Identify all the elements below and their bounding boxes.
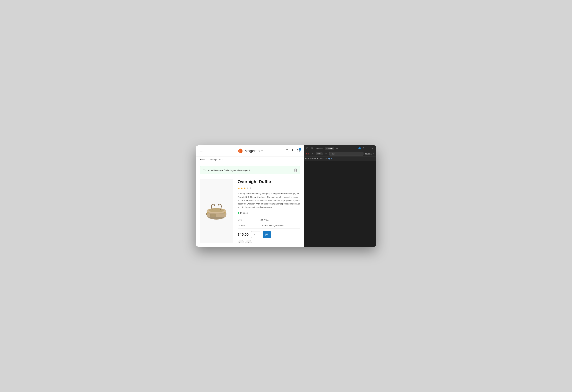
svg-rect-9 xyxy=(210,214,216,217)
notification-banner: You added Overnight Duffle to your shopp… xyxy=(200,166,300,174)
devtools-eye-button[interactable]: 👁 xyxy=(324,152,328,156)
devtools-levels-toolbar: Default levels ▼ 3 Issues: 3 xyxy=(304,156,376,161)
devtools-issues-count: 3 xyxy=(331,158,332,160)
logo-text: Magento xyxy=(245,149,260,153)
shopping-cart-link[interactable]: shopping cart xyxy=(237,169,250,171)
svg-rect-11 xyxy=(207,212,208,213)
devtools-tab-elements[interactable]: Elements xyxy=(315,147,325,150)
star-5: ★ xyxy=(249,186,252,190)
devtools-issue-count-badge: 3 xyxy=(358,147,361,149)
devtools-levels-arrow: ▼ xyxy=(317,158,318,160)
devtools-more-options-button[interactable]: ⋮ xyxy=(366,146,370,150)
notification-close-button[interactable]: × xyxy=(295,168,297,172)
breadcrumb-current: Overnight Duffle xyxy=(209,158,223,161)
svg-point-2 xyxy=(292,150,293,151)
product-specs: SKU 24-WB07 Material Leather, Nylon, Pol… xyxy=(238,217,300,229)
devtools-settings-icon-button[interactable]: ⚙ xyxy=(362,146,365,150)
devtools-filter-button[interactable]: ⊘ xyxy=(311,152,314,155)
search-icon[interactable] xyxy=(286,149,289,153)
compare-icon xyxy=(247,241,250,243)
devtools-context-dropdown[interactable]: top ▼ xyxy=(316,152,323,155)
magento-logo-svg xyxy=(238,148,243,154)
devtools-issues-badge: 3 xyxy=(328,158,332,160)
notification-suffix: . xyxy=(250,169,251,171)
devtools-filter-input[interactable] xyxy=(329,152,364,155)
svg-rect-10 xyxy=(224,212,225,213)
devtools-info-icon xyxy=(328,158,330,160)
devtools-caret[interactable]: > xyxy=(305,162,306,165)
star-3: ★ xyxy=(243,186,246,190)
product-bag-image xyxy=(203,198,229,225)
svg-point-0 xyxy=(286,150,288,151)
header-icons: 1 xyxy=(286,149,300,153)
star-1: ★ xyxy=(238,186,240,190)
devtools-filter-settings-button[interactable]: ⚙ xyxy=(373,153,375,155)
logo-trademark: ® xyxy=(261,150,263,152)
devtools-dropdown-arrow: ▼ xyxy=(320,153,322,155)
product-section: Overnight Duffle ★ ★ ★ ★ ★ For long week… xyxy=(196,176,304,247)
devtools-hidden-label: 3 hidden xyxy=(365,153,372,155)
heart-icon xyxy=(239,241,242,243)
devtools-clear-button[interactable]: 🚫 xyxy=(305,152,310,156)
sku-label: SKU xyxy=(238,219,260,221)
devtools-content-area: > xyxy=(304,161,376,247)
svg-point-7 xyxy=(208,208,224,212)
quantity-input[interactable] xyxy=(251,231,260,238)
devtools-top-label: top xyxy=(317,153,320,155)
devtools-inspect-button[interactable]: ⬚ xyxy=(305,146,309,150)
stock-dot xyxy=(238,212,239,214)
product-purchase-row: €45.00 xyxy=(238,231,300,238)
devtools-filter-toolbar: 🚫 ⊘ top ▼ 👁 3 hidden ⚙ xyxy=(304,151,376,156)
browser-window: ☰ Magento ® xyxy=(196,145,376,247)
star-2: ★ xyxy=(240,186,243,190)
material-label: Material xyxy=(238,225,260,227)
devtools-tab-console[interactable]: Console xyxy=(325,147,334,150)
breadcrumb-home-link[interactable]: Home xyxy=(200,158,205,161)
product-details: Overnight Duffle ★ ★ ★ ★ ★ For long week… xyxy=(238,179,300,243)
cart-badge: 1 xyxy=(299,148,301,151)
devtools-tabs-toolbar: ⬚ ◱ Elements Console >> 3 ⚙ ⋮ ✕ xyxy=(304,145,376,151)
add-to-cart-button[interactable] xyxy=(263,231,271,238)
stock-label: In stock xyxy=(240,212,248,214)
devtools-issues-label: 3 Issues: xyxy=(320,158,327,160)
material-value: Leather, Nylon, Polyester xyxy=(260,225,284,227)
spec-row-material: Material Leather, Nylon, Polyester xyxy=(238,223,300,229)
notification-text: You added Overnight Duffle to your shopp… xyxy=(204,169,251,171)
notification-prefix: You added Overnight Duffle to your xyxy=(204,169,237,171)
product-description: For long weekends away, camping outings … xyxy=(238,192,300,209)
devtools-tab-more[interactable]: >> xyxy=(335,147,338,150)
product-image-area xyxy=(200,179,233,243)
cart-icon-wrapper[interactable]: 1 xyxy=(297,149,300,153)
star-4: ★ xyxy=(246,186,249,190)
svg-line-1 xyxy=(288,151,288,151)
site-header: ☰ Magento ® xyxy=(196,145,304,156)
svg-point-14 xyxy=(207,217,225,219)
devtools-panel: ⬚ ◱ Elements Console >> 3 ⚙ ⋮ ✕ 🚫 ⊘ top … xyxy=(304,145,376,247)
product-price: €45.00 xyxy=(238,232,249,237)
product-title: Overnight Duffle xyxy=(238,179,300,184)
devtools-levels-label: Default levels xyxy=(305,158,316,160)
wishlist-button[interactable] xyxy=(238,240,244,243)
star-rating: ★ ★ ★ ★ ★ xyxy=(238,186,300,190)
product-action-buttons xyxy=(238,240,300,243)
hamburger-menu-icon[interactable]: ☰ xyxy=(200,149,203,153)
devtools-device-button[interactable]: ◱ xyxy=(310,146,314,150)
account-icon[interactable] xyxy=(291,149,294,153)
breadcrumb-separator: / xyxy=(207,158,207,161)
devtools-default-levels-button[interactable]: Default levels ▼ xyxy=(305,158,318,160)
in-stock-indicator: In stock xyxy=(238,212,300,214)
breadcrumb: Home / Overnight Duffle xyxy=(196,156,304,163)
site-logo[interactable]: Magento ® xyxy=(238,148,263,154)
spec-row-sku: SKU 24-WB07 xyxy=(238,217,300,223)
magento-store-page: ☰ Magento ® xyxy=(196,145,304,247)
devtools-close-button[interactable]: ✕ xyxy=(371,146,375,150)
cart-add-icon xyxy=(265,233,269,236)
compare-button[interactable] xyxy=(245,240,252,243)
sku-value: 24-WB07 xyxy=(260,219,269,221)
